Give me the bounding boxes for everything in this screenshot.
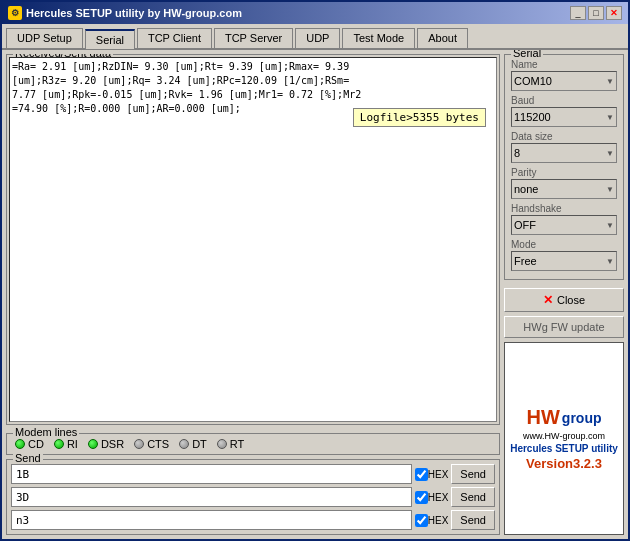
config-baud-arrow: ▼ [606,113,614,122]
recv-textarea[interactable]: =Ra= 2.91 [um];RzDIN= 9.30 [um];Rt= 9.39… [9,57,497,422]
tab-bar: UDP Setup Serial TCP Client TCP Server U… [2,24,628,50]
led-cts [134,439,144,449]
hwg-url: www.HW-group.com [523,431,605,441]
send-button-3[interactable]: Send [451,510,495,530]
tab-test-mode[interactable]: Test Mode [342,28,415,48]
config-handshake-select[interactable]: OFF ▼ [511,215,617,235]
modem-section: Modem lines CD RI DSR [6,433,500,455]
hwg-product: Hercules SETUP utility [510,443,618,454]
hex-checkbox-1[interactable] [415,468,428,481]
tab-about[interactable]: About [417,28,468,48]
close-button[interactable]: ✕ Close [504,288,624,312]
led-dsr [88,439,98,449]
config-name-select[interactable]: COM10 ▼ [511,71,617,91]
config-mode-field: Mode Free ▼ [511,239,617,271]
led-rt [217,439,227,449]
config-parity-select[interactable]: none ▼ [511,179,617,199]
config-baud-value: 115200 [514,111,551,123]
close-icon: ✕ [543,293,553,307]
title-bar-buttons: _ □ ✕ [570,6,622,20]
window-title: Hercules SETUP utility by HW-group.com [26,7,242,19]
send-section: Send HEX Send HEX Send [6,459,500,535]
indicator-rt: RT [217,438,244,450]
config-parity-arrow: ▼ [606,185,614,194]
tab-udp[interactable]: UDP [295,28,340,48]
config-mode-select[interactable]: Free ▼ [511,251,617,271]
hw-text: HW [527,406,560,429]
logfile-tooltip: Logfile>5355 bytes [353,108,486,127]
indicator-dsr-label: DSR [101,438,124,450]
config-parity-value: none [514,183,538,195]
config-datasize-field: Data size 8 ▼ [511,131,617,163]
hex-checkbox-3[interactable] [415,514,428,527]
tab-serial[interactable]: Serial [85,29,135,49]
indicator-ri-label: RI [67,438,78,450]
config-name-arrow: ▼ [606,77,614,86]
config-mode-value: Free [514,255,537,267]
hwg-logo: HW group [527,406,602,429]
main-window: ⚙ Hercules SETUP utility by HW-group.com… [0,0,630,541]
hwg-logo-area: HW group www.HW-group.com Hercules SETUP… [504,342,624,535]
config-name-label: Name [511,59,617,70]
maximize-button[interactable]: □ [588,6,604,20]
config-datasize-select[interactable]: 8 ▼ [511,143,617,163]
group-text: group [562,410,602,426]
recv-section: Received/Sent data =Ra= 2.91 [um];RzDIN=… [6,54,500,425]
modem-indicators: CD RI DSR CTS [15,438,491,450]
indicator-ri: RI [54,438,78,450]
send-button-2[interactable]: Send [451,487,495,507]
title-bar: ⚙ Hercules SETUP utility by HW-group.com… [2,2,628,24]
config-parity-field: Parity none ▼ [511,167,617,199]
send-row-2: HEX Send [11,487,495,507]
hwg-version: Version3.2.3 [526,456,602,471]
app-icon: ⚙ [8,6,22,20]
send-section-label: Send [13,452,43,464]
indicator-rt-label: RT [230,438,244,450]
config-handshake-arrow: ▼ [606,221,614,230]
serial-config: Serial Name COM10 ▼ Baud 115200 ▼ [504,54,624,280]
window-close-button[interactable]: ✕ [606,6,622,20]
config-name-field: Name COM10 ▼ [511,59,617,91]
hex-label-2: HEX [428,492,449,503]
config-handshake-value: OFF [514,219,536,231]
send-input-1[interactable] [11,464,412,484]
indicator-dsr: DSR [88,438,124,450]
hex-label-3: HEX [428,515,449,526]
hex-label-1: HEX [428,469,449,480]
led-cd [15,439,25,449]
config-datasize-arrow: ▼ [606,149,614,158]
led-dt [179,439,189,449]
send-button-1[interactable]: Send [451,464,495,484]
hwg-update-button[interactable]: HWg FW update [504,316,624,338]
send-input-3[interactable] [11,510,412,530]
send-row-1: HEX Send [11,464,495,484]
send-input-2[interactable] [11,487,412,507]
indicator-dt-label: DT [192,438,207,450]
indicator-cd-label: CD [28,438,44,450]
modem-section-label: Modem lines [13,426,79,438]
config-mode-label: Mode [511,239,617,250]
indicator-dt: DT [179,438,207,450]
send-row-3: HEX Send [11,510,495,530]
config-mode-arrow: ▼ [606,257,614,266]
right-panel: Serial Name COM10 ▼ Baud 115200 ▼ [504,54,624,535]
serial-config-label: Serial [511,50,543,59]
led-ri [54,439,64,449]
hex-checkbox-2[interactable] [415,491,428,504]
tab-tcp-server[interactable]: TCP Server [214,28,293,48]
minimize-button[interactable]: _ [570,6,586,20]
config-baud-label: Baud [511,95,617,106]
config-name-value: COM10 [514,75,552,87]
config-baud-select[interactable]: 115200 ▼ [511,107,617,127]
tab-udp-setup[interactable]: UDP Setup [6,28,83,48]
config-parity-label: Parity [511,167,617,178]
config-handshake-field: Handshake OFF ▼ [511,203,617,235]
config-datasize-label: Data size [511,131,617,142]
main-content: Received/Sent data =Ra= 2.91 [um];RzDIN=… [2,50,628,539]
config-handshake-label: Handshake [511,203,617,214]
tab-tcp-client[interactable]: TCP Client [137,28,212,48]
left-panel: Received/Sent data =Ra= 2.91 [um];RzDIN=… [6,54,500,535]
indicator-cts: CTS [134,438,169,450]
indicator-cd: CD [15,438,44,450]
config-datasize-value: 8 [514,147,520,159]
